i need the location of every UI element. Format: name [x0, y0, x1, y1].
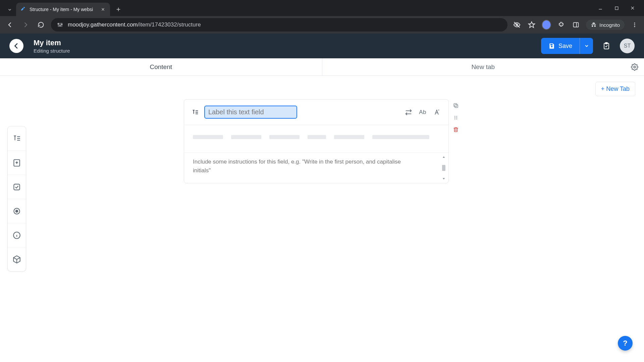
svg-point-49 [454, 119, 455, 120]
svg-rect-5 [615, 7, 618, 10]
tab-content[interactable]: Content [0, 58, 322, 75]
formatting-options-icon[interactable] [432, 108, 441, 117]
rail-radio-icon[interactable] [8, 199, 26, 223]
close-tab-icon[interactable] [100, 6, 106, 12]
tabs-settings-icon[interactable] [630, 62, 639, 72]
address-bar: moodjoy.gathercontent.com/item/17423032/… [0, 16, 644, 34]
add-new-tab-button[interactable]: + New Tab [595, 82, 635, 96]
eye-off-icon[interactable] [512, 20, 522, 29]
help-button[interactable]: ? [618, 336, 633, 351]
url-field[interactable]: moodjoy.gathercontent.com/item/17423032/… [51, 18, 507, 32]
avatar[interactable]: ST [620, 39, 635, 53]
svg-point-11 [58, 23, 59, 24]
forward-button [20, 19, 31, 30]
tab-new-tab[interactable]: New tab [322, 58, 644, 75]
svg-point-21 [634, 26, 635, 27]
rail-guideline-icon[interactable] [8, 223, 26, 247]
app-header: My item Editing structure Save ST [0, 34, 644, 58]
extensions-icon[interactable] [556, 20, 566, 29]
maximize-icon[interactable] [613, 5, 620, 11]
profile-indicator[interactable] [542, 20, 551, 29]
field-instructions-area [184, 153, 448, 183]
favicon-icon [20, 6, 26, 12]
svg-point-46 [456, 116, 457, 117]
svg-point-31 [16, 210, 18, 212]
svg-point-47 [454, 117, 455, 118]
avatar-initials: ST [624, 43, 631, 49]
help-icon: ? [623, 339, 627, 348]
svg-rect-23 [605, 43, 607, 44]
new-browser-tab-button[interactable] [113, 4, 124, 15]
save-dropdown-button[interactable] [580, 38, 593, 54]
profile-dot-icon [542, 20, 551, 30]
svg-point-19 [634, 22, 635, 23]
svg-rect-44 [454, 104, 457, 107]
browser-tab-title: Structure - My item - My websi [30, 7, 97, 12]
header-titles: My item Editing structure [34, 39, 70, 54]
sidepanel-icon[interactable] [571, 20, 581, 29]
kebab-menu-icon[interactable] [630, 20, 639, 29]
svg-point-48 [456, 117, 457, 118]
tasks-icon[interactable] [599, 39, 614, 53]
rail-component-icon[interactable] [8, 247, 26, 271]
window-close-icon[interactable] [629, 5, 636, 11]
text-field-type-icon [192, 109, 199, 116]
incognito-label: Incognito [599, 22, 620, 28]
incognito-indicator[interactable]: Incognito [586, 20, 625, 30]
browser-chrome: Structure - My item - My websi moodjoy.g… [0, 0, 644, 34]
site-settings-icon[interactable] [56, 21, 64, 28]
save-icon [548, 43, 555, 49]
svg-rect-17 [574, 22, 579, 27]
field-label-input[interactable] [204, 106, 297, 119]
tab-search-dropdown[interactable] [3, 3, 16, 16]
scroll-down-icon [442, 177, 445, 180]
field-instructions-input[interactable] [193, 158, 408, 176]
drag-handle-icon[interactable] [452, 114, 460, 121]
rail-checkbox-icon[interactable] [8, 175, 26, 199]
page-subtitle: Editing structure [34, 48, 70, 54]
address-bar-actions: Incognito [512, 20, 639, 30]
field-header: Ab [184, 100, 448, 125]
delete-field-icon[interactable] [452, 126, 460, 133]
window-controls [597, 0, 644, 16]
bookmark-star-icon[interactable] [527, 20, 536, 29]
repeatable-toggle-icon[interactable] [404, 108, 413, 117]
svg-point-20 [634, 24, 635, 25]
instructions-scrollbar[interactable] [441, 156, 446, 180]
incognito-icon [591, 22, 597, 28]
back-to-item-button[interactable] [9, 39, 23, 53]
save-button[interactable]: Save [541, 38, 580, 54]
svg-point-24 [634, 66, 636, 68]
url-path: /item/17423032/structure [138, 21, 201, 28]
document-tabs: Content New tab [0, 58, 644, 76]
back-button[interactable] [5, 19, 15, 30]
text-field-card: Ab [184, 99, 449, 183]
field-side-actions [452, 102, 460, 133]
save-button-label: Save [558, 43, 572, 50]
svg-point-50 [456, 119, 457, 120]
reload-button[interactable] [36, 19, 46, 30]
duplicate-field-icon[interactable] [452, 102, 460, 109]
url-text: moodjoy.gathercontent.com/item/17423032/… [68, 21, 201, 28]
svg-marker-42 [443, 178, 445, 179]
save-button-group: Save [541, 38, 593, 54]
workspace: + New Tab Ab [0, 76, 644, 362]
scroll-up-icon [442, 156, 445, 159]
url-host: moodjoy.gathercontent.com [68, 21, 138, 28]
svg-point-13 [61, 24, 62, 25]
svg-marker-16 [529, 22, 535, 27]
rail-attachment-icon[interactable] [8, 150, 26, 175]
field-body-preview [184, 125, 448, 153]
page-title: My item [34, 39, 70, 47]
plain-text-toggle[interactable]: Ab [419, 109, 426, 116]
svg-marker-41 [443, 157, 445, 158]
svg-rect-43 [455, 105, 458, 108]
rail-text-field-icon[interactable] [8, 126, 26, 150]
svg-rect-29 [14, 184, 19, 190]
svg-point-45 [454, 116, 455, 117]
scroll-thumb[interactable] [442, 165, 445, 171]
svg-point-12 [60, 25, 61, 26]
browser-tab-active[interactable]: Structure - My item - My websi [16, 3, 110, 16]
field-type-rail [7, 126, 26, 272]
minimize-icon[interactable] [597, 5, 604, 11]
